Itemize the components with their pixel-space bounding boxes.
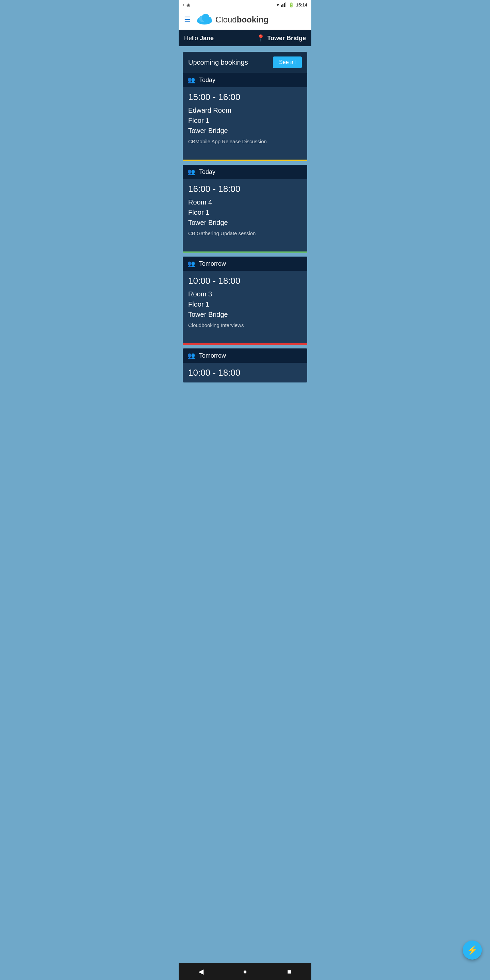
card-day-header: 👥 Tomorrow [183,348,307,363]
wifi-icon: ▾ [277,2,279,8]
hamburger-menu-icon[interactable]: ☰ [184,15,191,24]
booking-card[interactable]: 👥 Today 16:00 - 18:00 Room 4Floor 1Tower… [183,165,307,253]
sim-icon: ▪ [183,2,185,8]
card-day-header: 👥 Today [183,73,307,87]
people-icon: 👥 [188,76,195,84]
booking-time: 16:00 - 18:00 [188,184,302,194]
greeting-text: Hello Jane [184,35,214,42]
booking-room: Room 3Floor 1Tower Bridge [188,289,302,320]
card-body: 15:00 - 16:00 Edward RoomFloor 1Tower Br… [183,87,307,161]
logo-container: Cloudbooking [196,13,269,26]
booking-room: Edward RoomFloor 1Tower Bridge [188,105,302,136]
booking-card[interactable]: 👥 Tomorrow 10:00 - 18:00 [183,348,307,382]
card-day-header: 👥 Today [183,165,307,179]
greeting-bar: Hello Jane 📍 Tower Bridge [179,30,311,46]
people-icon: 👥 [188,352,195,360]
battery-icon: 🔋 [288,2,294,8]
logo-cloud: Cloud [215,15,237,24]
status-bar-stripe [183,343,307,345]
booking-description: CBMobile App Release Discussion [188,138,302,144]
people-icon: 👥 [188,260,195,267]
booking-time: 15:00 - 16:00 [188,92,302,102]
status-bar-stripe [183,251,307,253]
time-display: 15:14 [296,2,307,8]
booking-time: 10:00 - 18:00 [188,368,302,378]
status-right-icons: ▾ 🔋 15:14 [277,2,307,8]
svg-rect-0 [281,5,282,7]
day-label: Tomorrow [199,260,226,267]
status-bar-stripe [183,159,307,161]
signal-icon [281,2,286,8]
booking-description: CB Gathering Update session [188,231,302,236]
circle-icon: ◉ [186,2,190,8]
card-body: 10:00 - 18:00 Room 3Floor 1Tower Bridge … [183,271,307,345]
location-name: Tower Bridge [267,35,306,42]
logo-text: Cloudbooking [215,15,269,24]
see-all-button[interactable]: See all [273,56,302,68]
booking-description: Cloudbooking Interviews [188,322,302,328]
card-day-header: 👥 Tomorrow [183,256,307,271]
app-bar: ☰ Cloudbooking [179,10,311,30]
cloud-logo-icon [196,13,213,26]
location-area[interactable]: 📍 Tower Bridge [256,34,306,42]
booking-time: 10:00 - 18:00 [188,275,302,286]
status-bar: ▪ ◉ ▾ 🔋 15:14 [179,0,311,10]
day-label: Tomorrow [199,352,226,360]
people-icon: 👥 [188,168,195,176]
day-label: Today [199,169,215,176]
user-name: Jane [200,35,214,41]
svg-rect-1 [282,4,283,7]
day-label: Today [199,76,215,84]
svg-rect-2 [284,3,285,7]
svg-point-8 [205,16,212,22]
card-body: 16:00 - 18:00 Room 4Floor 1Tower Bridge … [183,179,307,253]
booking-card[interactable]: 👥 Tomorrow 10:00 - 18:00 Room 3Floor 1To… [183,256,307,345]
upcoming-bookings-title: Upcoming bookings [188,59,248,66]
logo-booking: booking [237,15,269,24]
booking-card[interactable]: 👥 Today 15:00 - 16:00 Edward RoomFloor 1… [183,73,307,161]
status-left-icons: ▪ ◉ [183,2,190,8]
svg-rect-3 [285,2,286,7]
main-content: Upcoming bookings See all 👥 Today 15:00 … [179,46,311,391]
booking-cards-container: 👥 Today 15:00 - 16:00 Edward RoomFloor 1… [183,73,307,382]
greeting-prefix: Hello [184,35,200,41]
location-pin-icon: 📍 [256,34,265,42]
booking-room: Room 4Floor 1Tower Bridge [188,197,302,228]
upcoming-bookings-header: Upcoming bookings See all [183,52,307,73]
card-body: 10:00 - 18:00 [183,363,307,382]
